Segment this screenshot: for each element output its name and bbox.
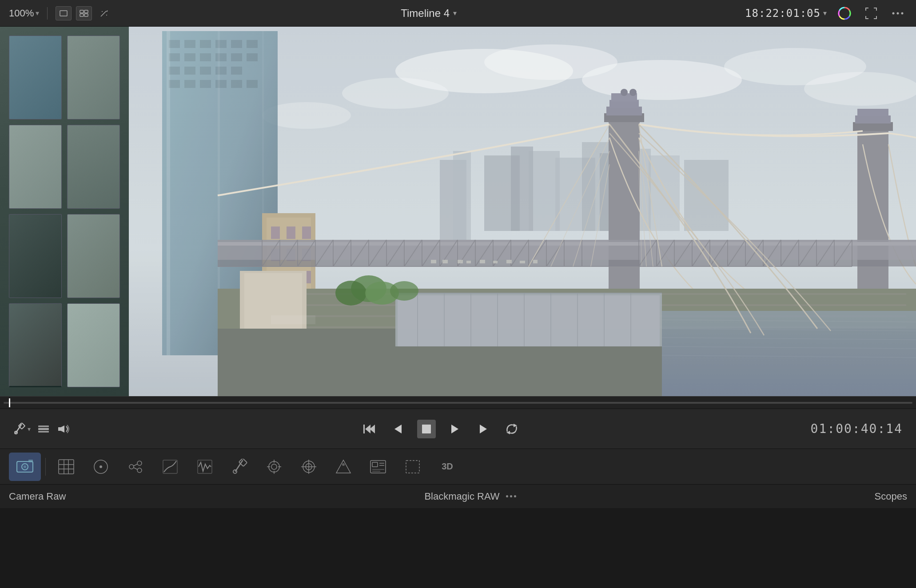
camera-raw-tool-btn[interactable] — [9, 453, 41, 481]
more-options-btn[interactable] — [888, 4, 907, 23]
svg-marker-195 — [58, 425, 64, 433]
transport-timecode: 01:00:40:14 — [811, 421, 903, 436]
svg-point-12 — [901, 12, 904, 14]
svg-marker-201 — [451, 425, 458, 433]
fullscreen-icon — [865, 7, 877, 20]
audio-btn[interactable] — [56, 423, 71, 435]
svg-rect-193 — [38, 428, 49, 430]
svg-line-5 — [101, 11, 106, 16]
zoom-value: 100% — [9, 8, 34, 19]
svg-rect-187 — [129, 27, 916, 396]
svg-point-216 — [129, 465, 134, 469]
top-bar-center: Timeline 4 ▾ — [401, 7, 457, 20]
scopes-label: Scopes — [875, 491, 907, 502]
stop-btn[interactable] — [417, 420, 436, 438]
eyedropper-icon — [13, 423, 26, 435]
window-cell — [67, 214, 120, 298]
svg-rect-4 — [84, 14, 88, 16]
svg-rect-3 — [80, 14, 84, 16]
svg-line-219 — [134, 464, 137, 466]
prev-frame-btn[interactable] — [389, 420, 407, 438]
waveform-icon — [196, 459, 213, 475]
single-view-icon — [59, 10, 68, 17]
zoom-chevron: ▾ — [36, 9, 39, 17]
curves-icon — [162, 459, 179, 475]
window-cell — [9, 125, 62, 209]
video-preview[interactable] — [129, 27, 916, 396]
more-options-dots[interactable] — [506, 495, 516, 497]
3d-tool-btn[interactable]: 3D — [431, 453, 463, 481]
svg-rect-192 — [38, 425, 49, 427]
svg-line-220 — [134, 468, 137, 469]
loop-btn[interactable] — [502, 420, 521, 438]
svg-rect-194 — [38, 431, 49, 433]
svg-point-226 — [269, 461, 279, 472]
gallery-tool-btn[interactable] — [362, 453, 394, 481]
waveform-tool-btn[interactable] — [189, 453, 221, 481]
scrubber-bar[interactable] — [0, 396, 916, 409]
window-cell — [67, 303, 120, 387]
next-frame-btn[interactable] — [474, 420, 493, 438]
timecode-value: 18:22:01:05 — [745, 7, 820, 20]
svg-marker-6 — [106, 10, 108, 12]
svg-point-217 — [137, 461, 142, 465]
tool-strip: 3D — [0, 449, 916, 484]
gallery-icon — [370, 459, 386, 475]
magic-btn[interactable] — [96, 6, 112, 20]
svg-rect-209 — [59, 460, 74, 474]
svg-point-218 — [137, 468, 142, 473]
qualifier-tool-btn[interactable] — [258, 453, 290, 481]
eyedropper-btn[interactable]: ▾ — [13, 423, 31, 435]
fullscreen-btn[interactable] — [862, 4, 880, 23]
vignette-icon — [92, 459, 109, 475]
audio-icon — [56, 423, 71, 435]
svg-point-225 — [233, 470, 237, 473]
dot1 — [506, 495, 508, 497]
svg-rect-224 — [239, 459, 247, 466]
svg-point-10 — [892, 12, 895, 14]
layers-btn[interactable] — [37, 423, 50, 435]
curves-tool-btn[interactable] — [154, 453, 186, 481]
grid-tool-btn[interactable] — [50, 453, 82, 481]
scrubber-thumb — [9, 398, 10, 407]
window-cell — [9, 214, 62, 298]
view-toggles — [56, 6, 112, 20]
grid-tool-icon — [58, 459, 75, 475]
play-btn[interactable] — [446, 420, 464, 438]
target-tool-btn[interactable] — [293, 453, 325, 481]
prev-frame-icon — [393, 423, 403, 435]
top-bar-right: 18:22:01:05 ▾ — [745, 4, 907, 23]
color-wheel-btn[interactable] — [835, 4, 854, 23]
svg-rect-200 — [422, 425, 431, 433]
loop-icon — [505, 423, 519, 435]
svg-point-207 — [24, 465, 26, 468]
skip-start-btn[interactable] — [360, 420, 379, 438]
left-panel — [0, 27, 129, 396]
gradient-tool-btn[interactable] — [327, 453, 359, 481]
timecode-chevron: ▾ — [823, 9, 827, 17]
vignette-tool-btn[interactable] — [85, 453, 117, 481]
zoom-control[interactable]: 100% ▾ — [9, 8, 39, 19]
3d-label: 3D — [442, 461, 453, 472]
selection-tool-btn[interactable] — [397, 453, 429, 481]
cityscape-svg — [129, 27, 916, 396]
grid-view-btn[interactable] — [76, 6, 92, 20]
svg-marker-202 — [480, 425, 487, 433]
window-cell — [9, 303, 62, 387]
status-center: Blackmagic RAW — [424, 491, 516, 502]
target-icon — [300, 459, 317, 475]
timecode-display[interactable]: 18:22:01:05 ▾ — [745, 7, 827, 20]
svg-point-215 — [100, 465, 102, 468]
grid-view-icon — [80, 10, 88, 17]
scrubber-track[interactable] — [4, 402, 912, 404]
timeline-chevron[interactable]: ▾ — [453, 9, 457, 17]
camera-raw-label: Camera Raw — [9, 491, 66, 502]
single-view-btn[interactable] — [56, 6, 72, 20]
gradient-icon — [335, 459, 352, 475]
svg-rect-1 — [80, 10, 84, 13]
svg-point-227 — [271, 464, 277, 469]
color-picker-tool-btn[interactable] — [223, 453, 255, 481]
window-cell — [67, 36, 120, 119]
svg-rect-0 — [60, 11, 67, 16]
nodes-tool-btn[interactable] — [119, 453, 151, 481]
